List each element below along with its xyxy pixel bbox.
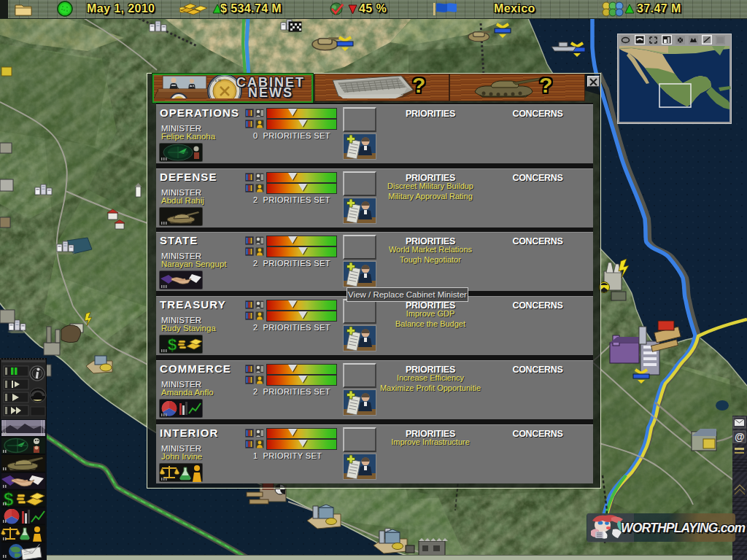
svg-text:N E W: N E W [212,79,222,82]
svg-text:@: @ [735,431,745,443]
svg-text:$: $ [4,489,14,509]
